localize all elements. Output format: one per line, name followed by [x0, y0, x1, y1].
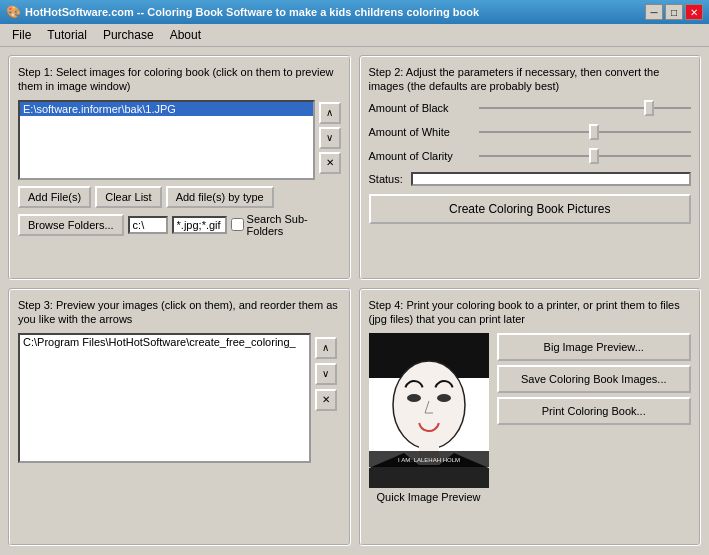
param-white-slider[interactable]	[479, 124, 692, 140]
browse-ext-input[interactable]	[172, 216, 227, 234]
slider-track-clarity	[479, 155, 692, 157]
step2-title: Step 2: Adjust the parameters if necessa…	[369, 65, 692, 94]
step4-layout: Quick Image Preview Big Image Preview...…	[369, 333, 692, 503]
menu-bar: File Tutorial Purchase About	[0, 24, 709, 47]
main-content: Step 1: Select images for coloring book …	[0, 47, 709, 554]
param-black-row: Amount of Black	[369, 100, 692, 116]
browse-folders-button[interactable]: Browse Folders...	[18, 214, 124, 236]
slider-track-white	[479, 131, 692, 133]
preview-image-container: Quick Image Preview	[369, 333, 489, 503]
step3-title: Step 3: Preview your images (click on th…	[18, 298, 341, 327]
step1-arrow-up[interactable]: ∧	[319, 102, 341, 124]
param-black-label: Amount of Black	[369, 102, 479, 114]
slider-thumb-white[interactable]	[589, 124, 599, 140]
step4-panel: Step 4: Print your coloring book to a pr…	[359, 288, 702, 546]
status-bar	[411, 172, 691, 186]
create-coloring-button[interactable]: Create Coloring Book Pictures	[369, 194, 692, 224]
minimize-button[interactable]: ─	[645, 4, 663, 20]
step4-title: Step 4: Print your coloring book to a pr…	[369, 298, 692, 327]
menu-about[interactable]: About	[162, 26, 209, 44]
save-images-button[interactable]: Save Coloring Book Images...	[497, 365, 692, 393]
browse-path-input[interactable]	[128, 216, 168, 234]
maximize-button[interactable]: □	[665, 4, 683, 20]
step3-arrow-down[interactable]: ∨	[315, 363, 337, 385]
menu-file[interactable]: File	[4, 26, 39, 44]
step2-panel: Step 2: Adjust the parameters if necessa…	[359, 55, 702, 280]
slider-thumb-clarity[interactable]	[589, 148, 599, 164]
param-clarity-label: Amount of Clarity	[369, 150, 479, 162]
step3-arrows: ∧ ∨ ✕	[315, 333, 337, 463]
quick-preview-label: Quick Image Preview	[369, 491, 489, 503]
param-clarity-slider[interactable]	[479, 148, 692, 164]
app-icon: 🎨	[6, 5, 21, 19]
preview-canvas	[369, 333, 489, 488]
big-preview-button[interactable]: Big Image Preview...	[497, 333, 692, 361]
param-white-row: Amount of White	[369, 124, 692, 140]
param-black-slider[interactable]	[479, 100, 692, 116]
step1-arrow-down[interactable]: ∨	[319, 127, 341, 149]
file-list[interactable]: E:\software.informer\bak\1.JPG	[18, 100, 315, 180]
step3-file-list[interactable]: C:\Program Files\HotHotSoftware\create_f…	[18, 333, 311, 463]
quick-image-preview	[369, 333, 489, 488]
window-title: HotHotSoftware.com -- Coloring Book Soft…	[25, 6, 479, 18]
menu-tutorial[interactable]: Tutorial	[39, 26, 95, 44]
step3-file-item[interactable]: C:\Program Files\HotHotSoftware\create_f…	[20, 335, 309, 349]
title-bar: 🎨 HotHotSoftware.com -- Coloring Book So…	[0, 0, 709, 24]
sub-folders-checkbox[interactable]	[231, 218, 244, 231]
step3-arrow-up[interactable]: ∧	[315, 337, 337, 359]
step1-panel: Step 1: Select images for coloring book …	[8, 55, 351, 280]
step3-panel: Step 3: Preview your images (click on th…	[8, 288, 351, 546]
slider-track	[479, 107, 692, 109]
param-clarity-row: Amount of Clarity	[369, 148, 692, 164]
slider-thumb[interactable]	[644, 100, 654, 116]
menu-purchase[interactable]: Purchase	[95, 26, 162, 44]
step4-buttons: Big Image Preview... Save Coloring Book …	[497, 333, 692, 503]
step1-remove[interactable]: ✕	[319, 152, 341, 174]
add-by-type-button[interactable]: Add file(s) by type	[166, 186, 274, 208]
window-controls: ─ □ ✕	[645, 4, 703, 20]
step1-title: Step 1: Select images for coloring book …	[18, 65, 341, 94]
add-files-button[interactable]: Add File(s)	[18, 186, 91, 208]
param-white-label: Amount of White	[369, 126, 479, 138]
clear-list-button[interactable]: Clear List	[95, 186, 161, 208]
step3-remove[interactable]: ✕	[315, 389, 337, 411]
close-button[interactable]: ✕	[685, 4, 703, 20]
sub-folders-label: Search Sub-Folders	[231, 213, 341, 237]
print-button[interactable]: Print Coloring Book...	[497, 397, 692, 425]
status-row: Status:	[369, 172, 692, 186]
status-label: Status:	[369, 173, 403, 185]
file-list-item[interactable]: E:\software.informer\bak\1.JPG	[20, 102, 313, 116]
